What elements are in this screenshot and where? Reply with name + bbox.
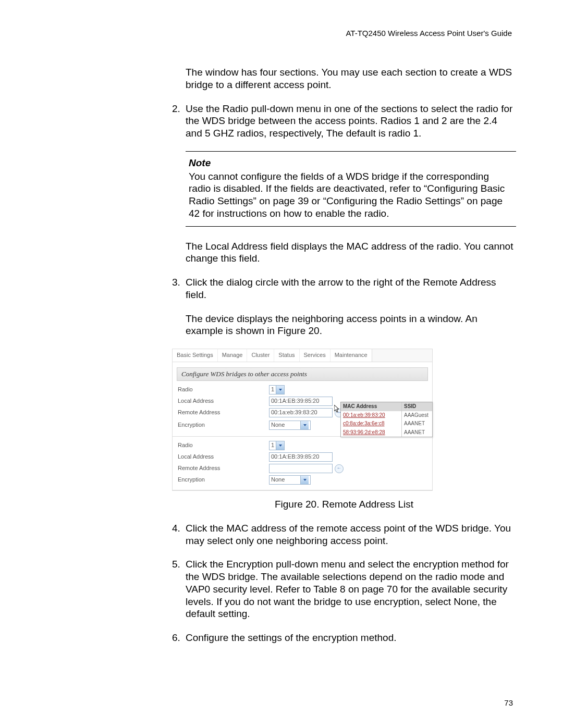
label-radio: Radio	[178, 386, 269, 393]
label-remote-address: Remote Address	[178, 409, 269, 416]
chevron-down-icon	[276, 386, 284, 394]
radio-value: 1	[271, 386, 274, 393]
step-body: Configure the settings of the encryption…	[186, 632, 516, 644]
tab-services[interactable]: Services	[300, 349, 331, 362]
note-body: You cannot configure the fields of a WDS…	[189, 170, 513, 220]
step-body: Click the dialog circle with the arrow t…	[186, 276, 516, 301]
ap-list-row[interactable]: 58:93:96:2d:e8:28 AAANET	[341, 428, 432, 437]
step-body: Use the Radio pull-down menu in one of t…	[186, 103, 516, 140]
column-ssid: SSID	[402, 402, 432, 411]
label-encryption: Encryption	[178, 476, 269, 484]
encryption-value: None	[271, 476, 285, 484]
note-label: Note	[189, 157, 513, 169]
note-block: Note You cannot configure the fields of …	[186, 151, 516, 227]
step-4: 4. Click the MAC address of the remote a…	[172, 522, 516, 547]
step-6: 6. Configure the settings of the encrypt…	[172, 632, 516, 644]
wds-config-panel: Basic Settings Manage Cluster Status Ser…	[172, 349, 433, 491]
step-3: 3. Click the dialog circle with the arro…	[172, 276, 516, 301]
label-local-address: Local Address	[178, 398, 269, 405]
encryption-select[interactable]: None	[269, 475, 311, 485]
step-3-tail: The device displays the neighboring acce…	[186, 313, 516, 338]
ap-list-row[interactable]: 00:1a:eb:39:83:20 AAAGuest	[341, 411, 432, 420]
remote-address-field[interactable]: 00:1a:eb:39:83:20	[269, 408, 333, 417]
tab-cluster[interactable]: Cluster	[247, 349, 274, 362]
step-number: 5.	[172, 558, 186, 620]
step-number: 4.	[172, 522, 186, 547]
remote-address-picker-button[interactable]: ←	[335, 464, 344, 473]
tab-bar: Basic Settings Manage Cluster Status Ser…	[173, 349, 432, 362]
wds-section-1: Radio 1 Local Address 00:1A:EB:39:85:20 …	[173, 381, 432, 437]
section-title: Configure WDS bridges to other access po…	[177, 367, 428, 381]
column-mac-address: MAC Address	[341, 402, 402, 411]
chevron-down-icon	[276, 441, 284, 450]
remote-address-field[interactable]	[269, 464, 333, 473]
label-encryption: Encryption	[178, 422, 269, 429]
encryption-value: None	[271, 422, 285, 429]
ap-mac[interactable]: c0:8a:de:3a:6e:c8	[341, 419, 402, 428]
step-2: 2. Use the Radio pull-down menu in one o…	[172, 103, 516, 140]
local-address-field: 00:1A:EB:39:85:20	[269, 452, 333, 462]
step-body: Click the MAC address of the remote acce…	[186, 522, 516, 547]
ap-ssid: AAAGuest	[402, 411, 432, 420]
radio-value: 1	[271, 442, 274, 449]
figure-20: Basic Settings Manage Cluster Status Ser…	[172, 349, 516, 491]
figure-caption: Figure 20. Remote Address List	[172, 498, 516, 511]
chevron-down-icon	[300, 476, 309, 484]
local-address-field: 00:1A:EB:39:85:20	[269, 397, 333, 406]
step-5: 5. Click the Encryption pull-down menu a…	[172, 558, 516, 620]
remote-address-list: MAC Address SSID 00:1a:eb:39:83:20 AAAGu…	[340, 402, 433, 437]
step-body: Click the Encryption pull-down menu and …	[186, 558, 516, 620]
tab-basic-settings[interactable]: Basic Settings	[173, 349, 218, 362]
radio-select[interactable]: 1	[269, 441, 285, 450]
step-number: 3.	[172, 276, 186, 301]
ap-list-row[interactable]: c0:8a:de:3a:6e:c8 AAANET	[341, 419, 432, 428]
intro-paragraph: The window has four sections. You may us…	[186, 66, 516, 91]
step-number: 6.	[172, 632, 186, 644]
tab-manage[interactable]: Manage	[218, 349, 248, 362]
chevron-down-icon	[300, 421, 309, 429]
cursor-icon	[334, 405, 340, 413]
label-local-address: Local Address	[178, 453, 269, 461]
step-number: 2.	[172, 103, 186, 140]
ap-ssid: AAANET	[402, 419, 432, 428]
page-number: 73	[504, 698, 513, 707]
tab-status[interactable]: Status	[274, 349, 299, 362]
ap-mac[interactable]: 58:93:96:2d:e8:28	[341, 428, 402, 437]
ap-mac[interactable]: 00:1a:eb:39:83:20	[341, 411, 402, 420]
wds-section-2: Radio 1 Local Address 00:1A:EB:39:85:20 …	[173, 437, 432, 490]
label-radio: Radio	[178, 442, 269, 449]
local-address-paragraph: The Local Address field displays the MAC…	[186, 240, 516, 265]
page-header: AT-TQ2450 Wireless Access Point User's G…	[47, 29, 516, 38]
tab-maintenance[interactable]: Maintenance	[331, 349, 372, 362]
ap-ssid: AAANET	[402, 428, 432, 437]
label-remote-address: Remote Address	[178, 465, 269, 472]
encryption-select[interactable]: None	[269, 421, 311, 430]
radio-select[interactable]: 1	[269, 385, 285, 394]
